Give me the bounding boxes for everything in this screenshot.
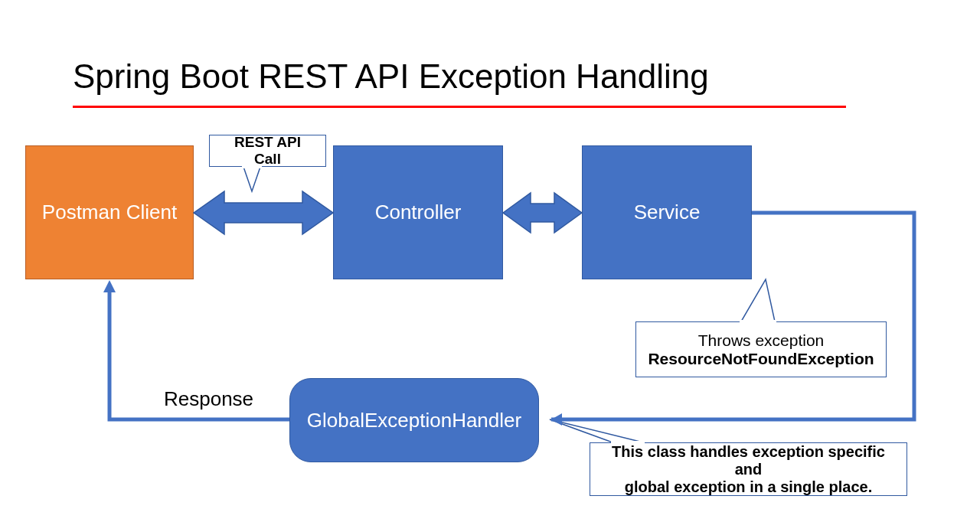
- throws-exception-line1: Throws exception: [698, 331, 825, 350]
- response-label: Response: [164, 387, 253, 411]
- svg-marker-9: [103, 280, 116, 292]
- throws-exception-callout: Throws exception ResourceNotFoundExcepti…: [635, 321, 887, 377]
- handler-desc-callout: This class handles exception specific an…: [590, 442, 907, 496]
- arrow-postman-controller: [194, 191, 333, 234]
- postman-client-box: Postman Client: [25, 145, 194, 279]
- service-box: Service: [582, 145, 752, 279]
- controller-box: Controller: [333, 145, 503, 279]
- global-exception-handler-box: GlobalExceptionHandler: [289, 378, 539, 462]
- handler-desc-callout-tail: [550, 419, 645, 445]
- title-underline: [73, 106, 846, 108]
- rest-api-callout-tail: [242, 164, 262, 191]
- rest-api-callout-text: REST API Call: [219, 134, 316, 168]
- svg-marker-0: [194, 191, 333, 234]
- svg-marker-4: [741, 279, 775, 321]
- postman-client-label: Postman Client: [42, 201, 177, 224]
- service-label: Service: [634, 201, 701, 224]
- global-exception-handler-label: GlobalExceptionHandler: [307, 409, 521, 432]
- rest-api-callout: REST API Call: [209, 135, 326, 167]
- handler-desc-line2: global exception in a single place.: [625, 478, 872, 496]
- diagram-title: Spring Boot REST API Exception Handling: [73, 57, 709, 96]
- arrow-controller-service: [503, 193, 582, 233]
- svg-marker-1: [503, 193, 582, 233]
- throws-callout-tail: [740, 279, 776, 325]
- svg-marker-2: [243, 167, 260, 191]
- throws-exception-line2: ResourceNotFoundException: [648, 350, 874, 368]
- controller-label: Controller: [375, 201, 462, 224]
- svg-marker-6: [550, 419, 643, 442]
- svg-marker-8: [551, 413, 562, 426]
- handler-desc-line1: This class handles exception specific an…: [599, 443, 897, 478]
